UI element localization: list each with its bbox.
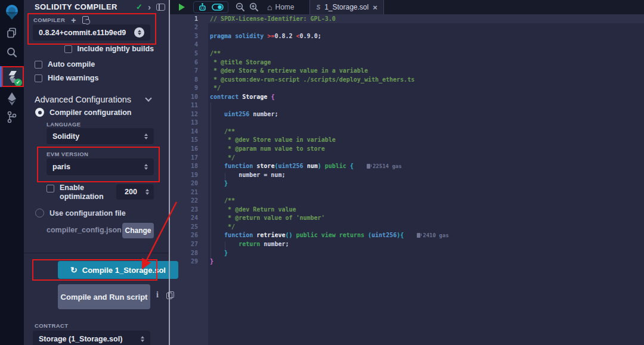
code-line[interactable]: 22 /** xyxy=(170,196,644,205)
code-line[interactable]: 1// SPDX-License-Identifier: GPL-3.0 xyxy=(170,14,644,23)
auto-compile-checkbox[interactable] xyxy=(35,61,42,69)
code-line[interactable]: 3pragma solidity >=0.8.2 <0.9.0; xyxy=(170,32,644,41)
contract-label: CONTRACT xyxy=(35,322,69,329)
add-compiler-icon[interactable]: + xyxy=(71,17,76,23)
contract-value: Storage (1_Storage.sol) xyxy=(39,335,122,343)
panel-resize-handle[interactable] xyxy=(169,0,170,345)
compile-button[interactable]: ↻ Compile 1_Storage.sol xyxy=(58,261,178,279)
gas-estimate-badge[interactable]: 22514 gas xyxy=(367,163,402,169)
code-line[interactable]: 18 function store(uint256 num) public {2… xyxy=(170,161,644,170)
sidebar-item-file-explorer[interactable] xyxy=(0,26,24,39)
chevron-right-icon[interactable]: › xyxy=(148,4,151,10)
code-text: * @dev Store & retrieve value in a varia… xyxy=(210,67,368,74)
ai-copilot-group xyxy=(193,1,228,13)
optimization-runs-input[interactable]: 200 xyxy=(116,184,154,200)
section-divider xyxy=(24,253,169,253)
line-number: 7 xyxy=(170,67,198,74)
code-line[interactable]: 12 uint256 number; xyxy=(170,110,644,119)
change-config-button[interactable]: Change xyxy=(122,223,154,238)
code-text: */ xyxy=(210,85,221,91)
tab-label: 1_Storage.sol xyxy=(324,3,369,11)
compile-and-run-button[interactable]: Compile and Run script xyxy=(58,284,150,309)
code-line[interactable]: 7 * @dev Store & retrieve value in a var… xyxy=(170,66,644,75)
code-line[interactable]: 27 return number; xyxy=(170,240,644,248)
pin-panel-icon[interactable] xyxy=(156,4,165,11)
ai-assistant-robot-icon[interactable] xyxy=(198,3,207,11)
version-stepper-icon[interactable] xyxy=(134,27,144,38)
code-text: /** xyxy=(210,50,221,57)
use-configuration-file-radio[interactable] xyxy=(35,209,44,217)
line-number: 17 xyxy=(170,154,198,161)
editor-area: ⌂ Home S 1_Storage.sol × 1// SPDX-Licens… xyxy=(170,0,644,345)
copilot-toggle-icon[interactable] xyxy=(212,4,224,11)
sidebar-item-solidity-compiler[interactable]: ✓ xyxy=(0,66,24,87)
code-line[interactable]: 17 */ xyxy=(170,153,644,162)
code-line[interactable]: 4 xyxy=(170,41,644,49)
code-line[interactable]: 23 * @dev Return value xyxy=(170,205,644,214)
code-line[interactable]: 2 xyxy=(170,23,644,32)
zoom-in-button[interactable] xyxy=(249,2,259,12)
chevron-down-icon xyxy=(145,95,151,101)
code-line[interactable]: 8 * @custom:dev-run-script ./scripts/dep… xyxy=(170,75,644,84)
code-line[interactable]: 13 xyxy=(170,119,644,128)
select-carets-icon xyxy=(144,133,148,139)
zoom-out-button[interactable] xyxy=(236,2,245,12)
code-text: } xyxy=(210,258,213,265)
code-line[interactable]: 28 } xyxy=(170,248,644,257)
remix-logo[interactable] xyxy=(0,3,24,21)
code-line[interactable]: 15 * @dev Store value in variable xyxy=(170,136,644,145)
compiler-version-select[interactable]: 0.8.24+commit.e11b9ed9 xyxy=(33,24,150,41)
line-number: 16 xyxy=(170,145,198,152)
compiler-configuration-radio[interactable] xyxy=(35,108,44,117)
enable-optimization-checkbox[interactable] xyxy=(47,185,54,192)
code-line[interactable]: 29} xyxy=(170,257,644,266)
code-line[interactable]: 11 xyxy=(170,101,644,110)
code-text: uint256 number; xyxy=(210,111,278,117)
run-script-play-button[interactable] xyxy=(179,4,185,11)
code-line[interactable]: 21 xyxy=(170,188,644,197)
code-text: function store(uint256 num) public { xyxy=(210,163,354,169)
use-configuration-file-label: Use configuration file xyxy=(49,209,126,217)
code-text: } xyxy=(210,180,228,187)
tab-close-icon[interactable]: × xyxy=(373,3,377,12)
evm-version-value: paris xyxy=(52,163,70,171)
code-line[interactable]: 14 /** xyxy=(170,127,644,136)
line-number: 10 xyxy=(170,94,198,100)
contract-select[interactable]: Storage (1_Storage.sol) xyxy=(33,331,150,345)
config-file-name: compiler_config.json xyxy=(47,226,122,234)
remix-logo-icon xyxy=(4,4,20,20)
evm-version-select[interactable]: paris xyxy=(47,158,154,175)
panel-title: SOLIDITY COMPILER xyxy=(35,2,117,11)
gas-estimate-badge[interactable]: 2410 gas xyxy=(417,232,448,238)
sidebar-item-git[interactable] xyxy=(0,110,24,125)
line-number: 11 xyxy=(170,102,198,108)
reload-compiler-icon[interactable] xyxy=(82,16,89,24)
tab-1-storage-sol[interactable]: S 1_Storage.sol × xyxy=(309,0,383,14)
gas-text: 22514 gas xyxy=(373,163,402,169)
advanced-configurations-header[interactable]: Advanced Configurations xyxy=(35,95,151,104)
info-icon[interactable]: i xyxy=(156,290,159,300)
sidebar-item-deploy-run[interactable] xyxy=(0,91,24,106)
line-number: 26 xyxy=(170,232,198,238)
code-text: function retrieve() public view returns … xyxy=(210,232,404,238)
code-line[interactable]: 25 */ xyxy=(170,222,644,231)
code-lines[interactable]: 1// SPDX-License-Identifier: GPL-3.023pr… xyxy=(170,14,644,266)
home-tab[interactable]: ⌂ Home xyxy=(267,3,294,11)
hide-warnings-checkbox[interactable] xyxy=(35,74,42,82)
code-line[interactable]: 9 */ xyxy=(170,83,644,92)
code-line[interactable]: 5/** xyxy=(170,49,644,58)
language-select[interactable]: Solidity xyxy=(47,128,154,144)
nightly-builds-checkbox[interactable] xyxy=(64,45,72,53)
runs-stepper-icon[interactable] xyxy=(145,189,149,195)
code-line[interactable]: 26 function retrieve() public view retur… xyxy=(170,231,644,240)
line-number: 20 xyxy=(170,180,198,187)
code-line[interactable]: 16 * @param num value to store xyxy=(170,144,644,153)
code-line[interactable]: 6 * @title Storage xyxy=(170,58,644,67)
code-line[interactable]: 24 * @return value of 'number' xyxy=(170,214,644,223)
sidebar-item-search[interactable] xyxy=(0,45,24,60)
code-line[interactable]: 19 number = num; xyxy=(170,170,644,179)
code-text: * @custom:dev-run-script ./scripts/deplo… xyxy=(210,76,414,83)
code-text: * @param num value to store xyxy=(210,145,325,152)
code-line[interactable]: 10contract Storage { xyxy=(170,92,644,101)
code-line[interactable]: 20 } xyxy=(170,179,644,188)
